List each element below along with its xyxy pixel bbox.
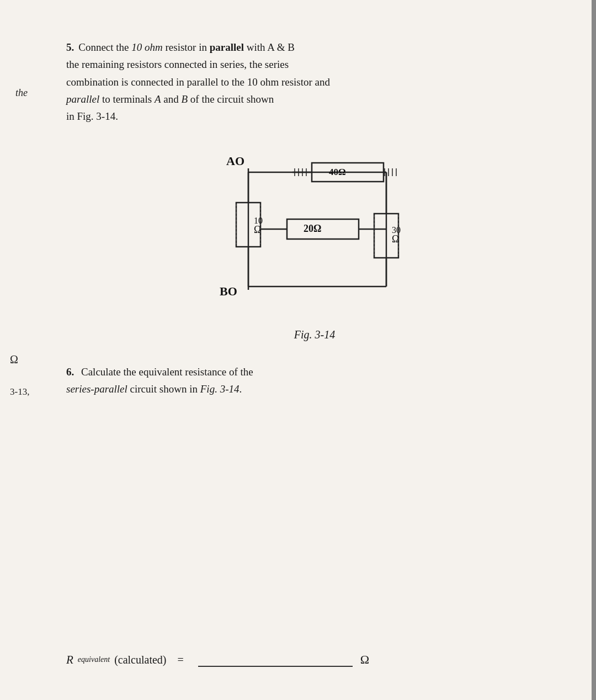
- problem-6-number: 6.: [66, 366, 74, 378]
- fig-caption: Fig. 3-14: [66, 328, 563, 341]
- problem-6-circuit-text: circuit shown in: [127, 383, 200, 395]
- problem-5-text: 5.Connect the 10 ohm resistor in paralle…: [66, 39, 563, 125]
- resistor-30-omega: Ω: [392, 234, 399, 245]
- margin-note-fig: 3-13,: [10, 386, 29, 397]
- series-parallel-italic: series-parallel: [66, 383, 127, 395]
- main-content: 5.Connect the 10 ohm resistor in paralle…: [66, 22, 563, 535]
- resistor-20-body: [287, 219, 359, 239]
- answer-blank-line[interactable]: [198, 653, 353, 667]
- problem-5-line2: the remaining resistors connected in ser…: [66, 59, 289, 70]
- margin-note-the: the: [15, 87, 28, 99]
- label-bo: BO: [220, 284, 237, 298]
- terminal-B: B: [181, 93, 188, 105]
- and-text: and: [161, 93, 182, 105]
- answer-equals: =: [178, 654, 184, 666]
- resistor-20-label: 20Ω: [304, 223, 321, 234]
- problem-5-line5: in Fig. 3-14.: [66, 110, 118, 122]
- resistor-value-italic: 10 ohm: [131, 41, 162, 53]
- problem-5-parallel-italic: parallel: [66, 93, 99, 105]
- resistor-40-label: 40Ω: [329, 167, 346, 177]
- page: the Ω 3-13, 5.Connect the 10 ohm resisto…: [0, 0, 596, 700]
- problem-6-text: 6. Calculate the equivalent resistance o…: [66, 363, 563, 398]
- margin-note-omega: Ω: [10, 353, 18, 366]
- period: .: [239, 383, 242, 395]
- circuit-diagram: AO BO 10 Ω: [66, 142, 563, 319]
- label-ao: AO: [226, 154, 244, 168]
- of-text: of the circuit shown: [188, 93, 274, 105]
- problem-5-line4-mid: to terminals: [99, 93, 155, 105]
- answer-subscript: equivalent: [78, 655, 110, 664]
- answer-omega-symbol: Ω: [360, 653, 369, 667]
- problem-5-number: 5.: [66, 41, 74, 53]
- fig-ref-italic: Fig. 3-14: [200, 383, 240, 395]
- problem-5-intro: Connect the 10 ohm resistor in parallel …: [78, 41, 295, 53]
- answer-area: R equivalent (calculated) = Ω: [66, 653, 563, 667]
- circuit-svg: AO BO 10 Ω: [171, 142, 458, 319]
- terminal-A: A: [155, 93, 161, 105]
- answer-r-label: R: [66, 653, 73, 667]
- right-border: [592, 0, 596, 700]
- parallel-bold: parallel: [210, 41, 244, 53]
- blank-space: [66, 414, 563, 535]
- problem-5-line3: combination is connected in parallel to …: [66, 76, 330, 88]
- problem-6-main: Calculate the equivalent resistance of t…: [81, 366, 253, 378]
- answer-calculated-label: (calculated): [114, 654, 166, 666]
